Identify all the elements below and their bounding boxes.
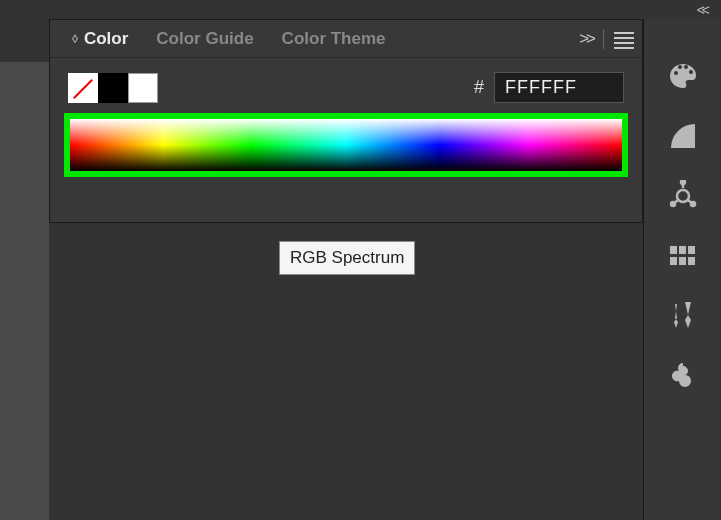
right-dock [643,19,721,520]
tab-color-themes[interactable]: Color Theme [268,20,400,58]
collapse-chevrons-icon[interactable]: << [697,2,707,18]
svg-rect-8 [679,246,686,254]
panel-tabs: ◊ Color Color Guide Color Theme >> [50,20,642,58]
tooltip: RGB Spectrum [279,241,415,275]
symbols-icon[interactable] [664,357,702,395]
color-panel: ◊ Color Color Guide Color Theme >> # [49,19,643,223]
swatches-icon[interactable] [664,237,702,275]
tooltip-text: RGB Spectrum [290,248,404,267]
fill-stroke-swatches [68,73,158,103]
color-controls-row: # [50,58,642,113]
divider [603,29,604,49]
expand-chevrons-icon[interactable]: >> [579,29,593,49]
swatch-none[interactable] [68,73,98,103]
tab-label: Color [84,29,128,49]
svg-rect-10 [670,257,677,265]
canvas-edge [0,62,49,520]
svg-rect-7 [670,246,677,254]
hex-hash: # [474,77,484,98]
swatch-black[interactable] [98,73,128,103]
recolor-icon[interactable] [664,177,702,215]
rgb-spectrum[interactable] [70,119,622,171]
tab-color-guide[interactable]: Color Guide [142,20,267,58]
panel-menu-icon[interactable] [614,32,634,46]
swatch-white[interactable] [128,73,158,103]
tab-label: Color Guide [156,29,253,49]
svg-point-5 [691,202,695,206]
hex-input[interactable] [494,72,624,103]
svg-rect-9 [688,246,695,254]
svg-point-6 [671,202,675,206]
svg-rect-12 [688,257,695,265]
svg-rect-11 [679,257,686,265]
tab-label: Color Theme [282,29,386,49]
svg-point-0 [677,190,689,202]
spectrum-highlight [64,113,628,177]
brushes-icon[interactable] [664,297,702,335]
tab-toggle-icon: ◊ [72,32,78,46]
palette-icon[interactable] [664,57,702,95]
tab-color[interactable]: ◊ Color [58,20,142,58]
color-guide-wedge-icon[interactable] [664,117,702,155]
svg-point-4 [681,180,685,184]
